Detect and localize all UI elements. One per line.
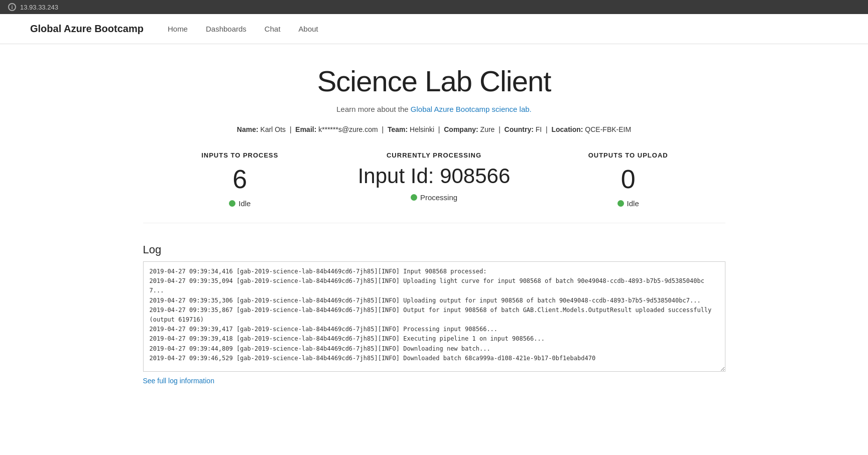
- location-value: QCE-FBK-EIM: [585, 125, 631, 133]
- outputs-header: OUTPUTS TO UPLOAD: [531, 151, 725, 159]
- log-title: Log: [143, 243, 725, 256]
- subtitle: Learn more about the Global Azure Bootca…: [143, 105, 725, 113]
- log-section: Log 2019-04-27 09:39:34,416 [gab-2019-sc…: [143, 243, 725, 385]
- nav-home[interactable]: Home: [159, 14, 197, 44]
- processing-status: Processing: [337, 193, 531, 202]
- ip-address: 13.93.33.243: [20, 4, 58, 11]
- inputs-header: INPUTS TO PROCESS: [143, 151, 337, 159]
- stat-processing: CURRENTLY PROCESSING Input Id: 908566 Pr…: [337, 151, 531, 208]
- topbar: i 13.93.33.243: [0, 0, 868, 14]
- nav-links: Home Dashboards Chat About: [159, 14, 327, 44]
- company-label: Company:: [444, 125, 478, 133]
- brand-name: Global Azure Bootcamp: [30, 23, 144, 35]
- see-log-link[interactable]: See full log information: [143, 377, 214, 385]
- subtitle-link[interactable]: Global Azure Bootcamp science lab.: [411, 105, 532, 113]
- stat-inputs: INPUTS TO PROCESS 6 Idle: [143, 151, 337, 208]
- user-info: Name: Karl Ots | Email: k******s@zure.co…: [143, 125, 725, 133]
- info-icon: i: [8, 3, 16, 11]
- inputs-status: Idle: [143, 199, 337, 208]
- navbar: Global Azure Bootcamp Home Dashboards Ch…: [0, 14, 868, 44]
- team-value: Helsinki: [410, 125, 434, 133]
- country-value: FI: [536, 125, 542, 133]
- processing-status-dot: [411, 194, 417, 201]
- team-label: Team:: [388, 125, 408, 133]
- stats-grid: INPUTS TO PROCESS 6 Idle CURRENTLY PROCE…: [143, 151, 725, 223]
- stat-outputs: OUTPUTS TO UPLOAD 0 Idle: [531, 151, 725, 208]
- outputs-value: 0: [531, 164, 725, 194]
- processing-value: Input Id: 908566: [337, 164, 531, 188]
- email-value: k******s@zure.com: [318, 125, 378, 133]
- nav-dashboards[interactable]: Dashboards: [197, 14, 256, 44]
- outputs-status-dot: [617, 200, 624, 207]
- outputs-status-label: Idle: [627, 199, 639, 208]
- name-value: Karl Ots: [261, 125, 286, 133]
- processing-header: CURRENTLY PROCESSING: [337, 151, 531, 159]
- inputs-status-dot: [229, 200, 235, 207]
- inputs-value: 6: [143, 164, 337, 194]
- outputs-status: Idle: [531, 199, 725, 208]
- email-label: Email:: [295, 125, 316, 133]
- location-label: Location:: [551, 125, 583, 133]
- nav-chat[interactable]: Chat: [256, 14, 290, 44]
- country-label: Country:: [505, 125, 534, 133]
- log-box[interactable]: 2019-04-27 09:39:34,416 [gab-2019-scienc…: [143, 261, 725, 372]
- name-label: Name:: [237, 125, 259, 133]
- page-title: Science Lab Client: [143, 64, 725, 98]
- main-content: Science Lab Client Learn more about the …: [133, 44, 735, 415]
- nav-about[interactable]: About: [290, 14, 327, 44]
- processing-status-label: Processing: [420, 193, 457, 202]
- company-value: Zure: [480, 125, 495, 133]
- inputs-status-label: Idle: [238, 199, 251, 208]
- subtitle-text: Learn more about the: [336, 105, 411, 113]
